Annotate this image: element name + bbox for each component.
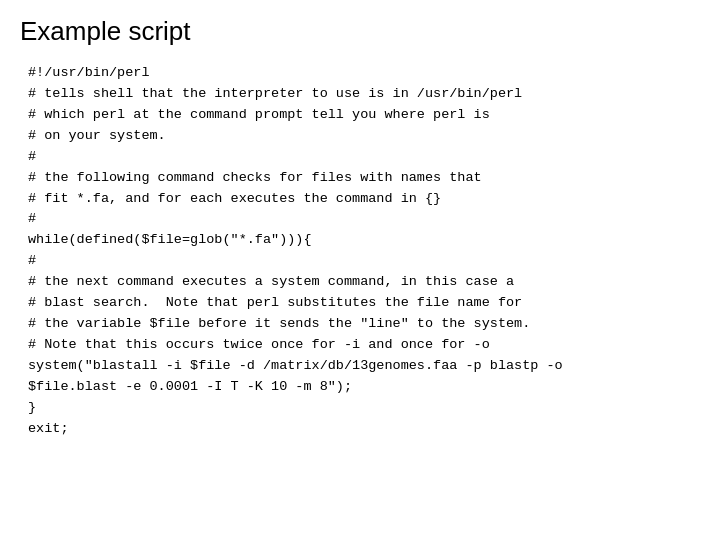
- code-block: #!/usr/bin/perl # tells shell that the i…: [20, 59, 700, 444]
- page-title: Example script: [20, 16, 700, 47]
